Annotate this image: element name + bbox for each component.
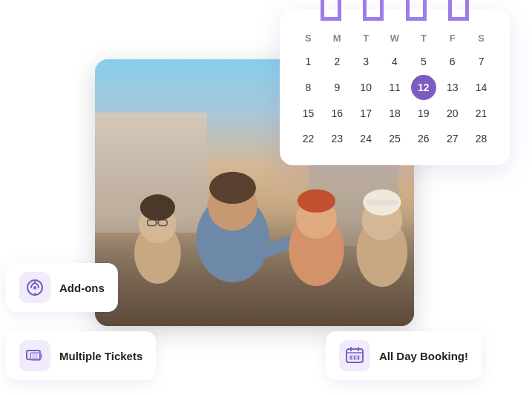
calendar-rings	[280, 0, 510, 21]
day-header-tue: T	[352, 30, 380, 47]
calendar-day-25[interactable]: 25	[381, 127, 409, 150]
svg-point-8	[209, 172, 256, 204]
calendar-day-6[interactable]: 6	[439, 50, 466, 73]
allday-label: All Day Booking!	[379, 350, 468, 362]
ring-3	[406, 0, 427, 21]
tickets-icon-container	[19, 340, 50, 371]
addons-icon	[25, 278, 45, 297]
calendar-day-4[interactable]: 4	[381, 50, 409, 73]
calendar-widget: S M T W T F S 12345678910111213141516171…	[280, 9, 510, 165]
main-scene: S M T W T F S 12345678910111213141516171…	[0, 0, 532, 395]
calendar-day-20[interactable]: 20	[439, 102, 466, 125]
day-header-wed: W	[381, 30, 409, 47]
calendar-day-27[interactable]: 27	[439, 127, 466, 150]
calendar-day-13[interactable]: 13	[439, 75, 466, 100]
svg-rect-23	[32, 353, 38, 359]
svg-point-5	[140, 194, 175, 220]
calendar-day-18[interactable]: 18	[381, 102, 409, 125]
people-svg	[95, 166, 414, 326]
calendar-day-8[interactable]: 8	[295, 75, 322, 100]
calendar-day-24[interactable]: 24	[352, 127, 380, 150]
addons-label: Add-ons	[59, 282, 105, 294]
day-header-fri: F	[439, 30, 466, 47]
addons-icon-container	[19, 272, 50, 303]
day-header-sun: S	[295, 30, 322, 47]
svg-point-18	[33, 286, 36, 289]
ring-1	[321, 0, 341, 21]
calendar-days-grid: 1234567891011121314151617181920212223242…	[295, 50, 495, 150]
tickets-badge[interactable]: Multiple Tickets	[6, 331, 156, 380]
calendar-day-21[interactable]: 21	[467, 102, 495, 125]
calendar-day-10[interactable]: 10	[352, 75, 380, 100]
calendar-day-28[interactable]: 28	[467, 127, 495, 150]
addons-badge[interactable]: Add-ons	[6, 263, 118, 312]
calendar-day-2[interactable]: 2	[324, 50, 351, 73]
calendar-day-11[interactable]: 11	[381, 75, 409, 100]
calendar-day-15[interactable]: 15	[295, 102, 322, 125]
svg-rect-16	[366, 199, 398, 205]
allday-badge[interactable]: All Day Booking!	[326, 331, 482, 380]
day-header-thu: T	[410, 30, 437, 47]
svg-point-12	[298, 189, 335, 212]
calendar-day-9[interactable]: 9	[324, 75, 351, 100]
allday-icon	[345, 346, 364, 365]
calendar-day-7[interactable]: 7	[467, 50, 495, 73]
tickets-label: Multiple Tickets	[59, 350, 142, 362]
day-header-sat: S	[467, 30, 495, 47]
tickets-icon	[25, 346, 45, 365]
ring-4	[448, 0, 469, 21]
calendar-day-3[interactable]: 3	[352, 50, 380, 73]
ring-2	[363, 0, 384, 21]
day-header-mon: M	[324, 30, 351, 47]
calendar-day-5[interactable]: 5	[410, 50, 437, 73]
calendar-day-14[interactable]: 14	[467, 75, 495, 100]
calendar-day-12[interactable]: 12	[411, 75, 436, 100]
calendar-day-17[interactable]: 17	[352, 102, 380, 125]
calendar-day-19[interactable]: 19	[410, 102, 437, 125]
calendar-day-headers: S M T W T F S	[295, 30, 495, 47]
calendar-day-1[interactable]: 1	[295, 50, 322, 73]
calendar-day-16[interactable]: 16	[324, 102, 351, 125]
calendar-day-23[interactable]: 23	[324, 127, 351, 150]
calendar-day-26[interactable]: 26	[410, 127, 437, 150]
allday-icon-container	[339, 340, 370, 371]
calendar-day-22[interactable]: 22	[295, 127, 322, 150]
